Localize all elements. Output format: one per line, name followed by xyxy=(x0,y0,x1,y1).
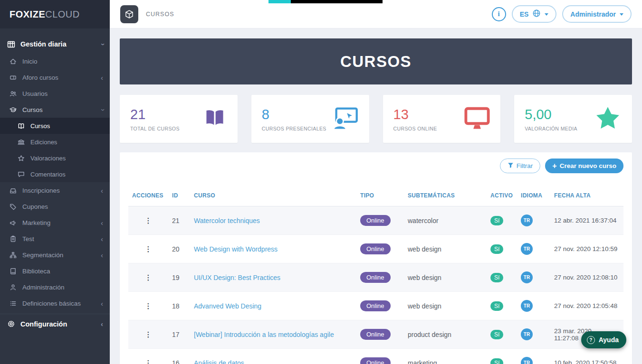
info-button[interactable]: i xyxy=(492,7,506,21)
table-row: ⋮ 19 UI/UX Design: Best Practices Online… xyxy=(128,263,623,292)
chevron-left-icon: ‹ xyxy=(101,74,103,81)
stat-label: VALORACIÓN MEDIA xyxy=(525,126,577,131)
sidebar-item-aforo-cursos[interactable]: Aforo cursos ‹ xyxy=(0,69,110,85)
filter-button[interactable]: Filtrar xyxy=(500,159,541,173)
sidebar-item-label: Administración xyxy=(22,284,65,291)
help-button-label: Ayuda xyxy=(599,336,619,344)
subtematicas-value: web design xyxy=(404,263,487,292)
info-icon: i xyxy=(498,10,500,18)
sidebar-subitem-valoraciones[interactable]: Valoraciones xyxy=(0,150,110,166)
fecha-alta-value: 12 abr. 2021 16:37:04 xyxy=(550,206,623,235)
app-window: FOXIZECLOUD Gestión diaria ‹ Inicio Afor… xyxy=(0,0,642,364)
sidebar-item-inscripciones[interactable]: Inscripciones ‹ xyxy=(0,182,110,198)
chevron-left-icon: ‹ xyxy=(101,252,103,259)
question-mark-icon: ? xyxy=(587,336,595,344)
clipboard-icon xyxy=(9,235,17,243)
brand-logo[interactable]: FOXIZECLOUD xyxy=(0,0,110,28)
sidebar-item-test[interactable]: Test ‹ xyxy=(0,231,110,247)
sidebar-item-label: Inicio xyxy=(22,58,38,65)
sidebar-subitem-ediciones[interactable]: Ediciones xyxy=(0,134,110,150)
chevron-down-icon: ‹ xyxy=(98,109,105,111)
tipo-badge: Online xyxy=(360,329,391,340)
row-actions-button[interactable]: ⋮ xyxy=(142,302,155,310)
logo-bold: FOXIZE xyxy=(10,9,45,20)
chevron-left-icon: ‹ xyxy=(101,320,103,327)
row-actions-button[interactable]: ⋮ xyxy=(142,359,155,364)
fecha-alta-value: 27 nov. 2020 12:10:59 xyxy=(550,235,623,263)
idioma-badge: TR xyxy=(521,328,533,340)
sidebar-submenu-cursos: Cursos Ediciones Valoraciones Comentario… xyxy=(0,118,110,182)
sidebar-item-marketing[interactable]: Marketing ‹ xyxy=(0,215,110,231)
course-link[interactable]: [Webinar] Introducción a las metodología… xyxy=(194,331,334,338)
sidebar-item-label: Cursos xyxy=(30,122,50,130)
library-icon xyxy=(9,268,17,275)
header-idioma[interactable]: IDIOMA xyxy=(517,188,550,206)
row-actions-button[interactable]: ⋮ xyxy=(142,330,155,338)
subtematicas-value: watercolor xyxy=(404,206,487,235)
header-acciones[interactable]: ACCIONES xyxy=(128,188,168,206)
course-link[interactable]: Web Design with Wordpress xyxy=(194,245,278,253)
sidebar-item-definiciones-basicas[interactable]: Definiciones básicas ‹ xyxy=(0,295,110,311)
activo-badge: Sí xyxy=(490,216,503,225)
sidebar-subitem-cursos[interactable]: Cursos xyxy=(0,118,110,134)
course-id: 16 xyxy=(168,349,190,364)
activo-badge: Sí xyxy=(490,273,503,282)
header-subtematicas[interactable]: SUBTEMÁTICAS xyxy=(404,188,487,206)
open-book-icon xyxy=(202,107,227,131)
fecha-alta-value: 27 nov. 2020 12:08:10 xyxy=(550,263,623,292)
fecha-alta-value: 27 nov. 2020 12:05:48 xyxy=(550,292,623,320)
stat-card-cursos-online: 13 CURSOS ONLINE xyxy=(383,95,501,143)
sidebar-item-cursos[interactable]: Cursos ‹ xyxy=(0,102,110,118)
header-id[interactable]: ID xyxy=(168,188,190,206)
course-link[interactable]: Watercolor techniques xyxy=(194,217,260,224)
chevron-left-icon: ‹ xyxy=(101,187,103,194)
page-banner: CURSOS xyxy=(120,38,632,84)
sidebar-item-segmentacion[interactable]: Segmentación ‹ xyxy=(0,247,110,263)
activo-badge: Sí xyxy=(490,330,503,339)
row-actions-button[interactable]: ⋮ xyxy=(142,216,155,224)
sidebar-item-label: Test xyxy=(22,235,34,243)
chevron-left-icon: ‹ xyxy=(101,219,103,226)
sidebar-item-label: Inscripciones xyxy=(22,187,60,194)
sidebar-item-cupones[interactable]: Cupones xyxy=(0,198,110,215)
module-cube-icon[interactable] xyxy=(120,5,138,23)
content-area: CURSOS 21 TOTAL DE CURSOS 8 CURSOS PRESE… xyxy=(110,28,642,364)
header-tipo[interactable]: TIPO xyxy=(356,188,404,206)
stats-row: 21 TOTAL DE CURSOS 8 CURSOS PRESENCIALES xyxy=(120,95,632,143)
tipo-badge: Online xyxy=(360,272,391,283)
course-link[interactable]: Análisis de datos xyxy=(194,359,244,364)
language-selector[interactable]: ES xyxy=(512,5,557,23)
user-menu-button[interactable]: Administrador xyxy=(562,5,632,23)
sidebar-item-label: Aforo cursos xyxy=(22,74,58,81)
create-course-button[interactable]: + Crear nuevo curso xyxy=(545,159,623,173)
course-id: 18 xyxy=(168,292,190,320)
header-activo[interactable]: ACTIVO xyxy=(487,188,517,206)
sidebar-item-administracion[interactable]: Administración xyxy=(0,279,110,295)
idioma-badge: TR xyxy=(521,300,533,312)
sidebar-subitem-comentarios[interactable]: Comentarios xyxy=(0,166,110,182)
tipo-badge: Online xyxy=(360,243,391,254)
inbox-icon xyxy=(9,187,17,194)
courses-panel: Filtrar + Crear nuevo curso ACCIONES xyxy=(120,152,632,364)
sidebar-section-gestion-diaria[interactable]: Gestión diaria ‹ xyxy=(0,35,110,53)
course-link[interactable]: Advanved Web Desing xyxy=(194,302,261,310)
stat-card-cursos-presenciales: 8 CURSOS PRESENCIALES xyxy=(251,95,369,143)
chevron-down-icon: ‹ xyxy=(98,43,105,46)
header-fecha-alta[interactable]: FECHA ALTA xyxy=(550,188,623,206)
topbar-right: i ES Administrador xyxy=(492,5,632,23)
table-toolbar: Filtrar + Crear nuevo curso xyxy=(128,159,623,173)
header-curso[interactable]: CURSO xyxy=(190,188,356,206)
activo-badge: Sí xyxy=(490,358,503,364)
stat-value: 13 xyxy=(393,107,437,122)
row-actions-button[interactable]: ⋮ xyxy=(142,245,155,253)
row-actions-button[interactable]: ⋮ xyxy=(142,273,155,281)
users-icon xyxy=(9,90,17,97)
sidebar-item-biblioteca[interactable]: Biblioteca xyxy=(0,263,110,279)
sidebar-item-inicio[interactable]: Inicio xyxy=(0,53,110,69)
subtematicas-value: marketing xyxy=(404,349,487,364)
help-button[interactable]: ? Ayuda xyxy=(581,331,626,348)
course-link[interactable]: UI/UX Design: Best Practices xyxy=(194,274,280,281)
sidebar-item-usuarios[interactable]: Usuarios xyxy=(0,85,110,102)
subtematicas-value: web design xyxy=(404,235,487,263)
sidebar-section-configuracion[interactable]: Configuración ‹ xyxy=(0,314,110,332)
